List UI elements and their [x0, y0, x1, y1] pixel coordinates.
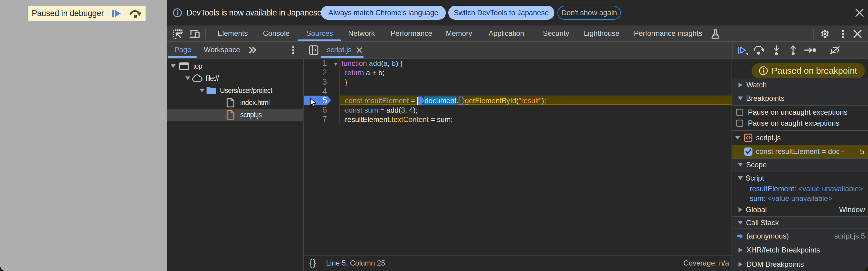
- svg-text:5: 5: [322, 96, 327, 105]
